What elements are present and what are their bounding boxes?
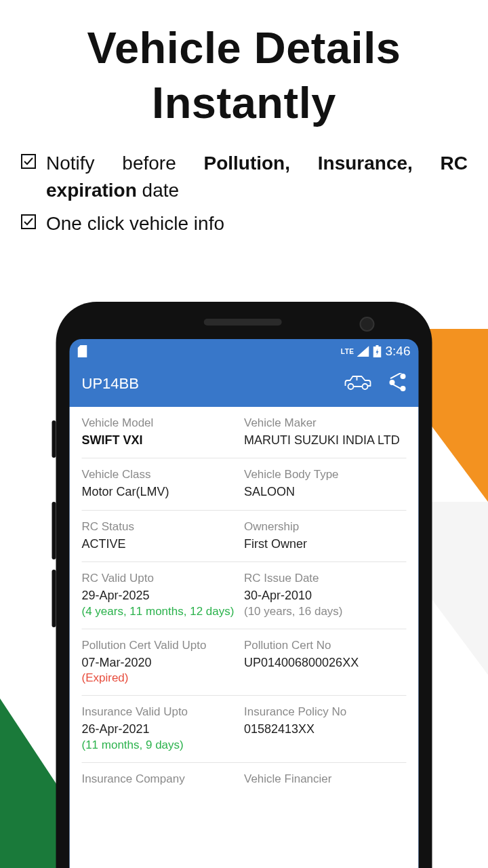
signal-icon [357,346,369,357]
detail-label: Pollution Cert No [244,639,407,652]
detail-cell: Vehicle ClassMotor Car(LMV) [82,468,245,500]
detail-value: Motor Car(LMV) [82,484,245,500]
detail-row: Insurance CompanyVehicle Financier [82,763,407,798]
bullet-oneclick-text: One click vehicle info [46,210,468,238]
detail-row: Pollution Cert Valid Upto07-Mar-2020(Exp… [82,629,407,696]
detail-value: 01582413XX [244,722,407,737]
detail-note: (11 months, 9 days) [82,738,245,753]
svg-rect-3 [376,345,379,347]
car-icon[interactable] [343,374,373,394]
svg-rect-0 [22,155,35,168]
share-icon[interactable] [389,373,407,395]
detail-note: (Expired) [82,671,245,686]
detail-label: Vehicle Model [82,416,245,430]
detail-value: MARUTI SUZUKI INDIA LTD [244,433,407,448]
phone-mockup: LTE 3:46 UP14BB [56,302,432,868]
detail-cell: Vehicle Financier [244,772,407,789]
detail-value: 26-Apr-2021 [82,722,245,737]
detail-row: Insurance Valid Upto26-Apr-2021(11 month… [82,696,407,762]
detail-cell: Pollution Cert NoUP014006800026XX [244,639,407,686]
detail-value: First Owner [244,536,407,552]
battery-icon [373,345,382,357]
detail-label: Insurance Company [82,772,245,786]
checkbox-icon [20,213,41,235]
detail-label: Vehicle Class [82,468,245,481]
detail-label: Ownership [244,520,407,534]
detail-note: (4 years, 11 months, 12 days) [82,604,245,619]
detail-label: RC Issue Date [244,572,407,585]
phone-side-button [52,420,56,458]
detail-cell: Pollution Cert Valid Upto07-Mar-2020(Exp… [82,639,245,686]
phone-side-button [52,570,56,627]
detail-cell: OwnershipFirst Owner [244,520,407,552]
bullet-notify-text: Notify before Pollution, Insurance, RC e… [46,150,468,205]
status-time: 3:46 [386,344,411,359]
svg-point-4 [348,384,354,389]
detail-label: RC Status [82,520,245,534]
status-bar: LTE 3:46 [70,339,419,363]
hero-title: Vehicle Details Instantly [0,0,488,138]
bullet-notify: Notify before Pollution, Insurance, RC e… [20,150,468,205]
detail-cell: Insurance Company [82,772,245,789]
detail-row: Vehicle ModelSWIFT VXIVehicle MakerMARUT… [82,407,407,458]
detail-cell: Vehicle ModelSWIFT VXI [82,416,245,448]
detail-cell: Insurance Policy No01582413XX [244,705,407,752]
detail-note: (10 years, 16 days) [244,604,407,619]
detail-row: Vehicle ClassMotor Car(LMV)Vehicle Body … [82,458,407,510]
detail-value: SALOON [244,484,407,500]
appbar-title: UP14BB [82,375,139,393]
hero-title-line2: Instantly [152,78,336,127]
detail-value: SWIFT VXI [82,433,245,448]
detail-value: 29-Apr-2025 [82,588,245,604]
phone-screen: LTE 3:46 UP14BB [70,339,419,868]
detail-label: Vehicle Maker [244,416,407,430]
svg-rect-1 [22,215,35,229]
lte-indicator: LTE [341,348,354,355]
detail-label: Vehicle Financier [244,772,407,786]
phone-side-button [52,502,56,559]
sdcard-icon [78,345,87,357]
detail-label: Pollution Cert Valid Upto [82,639,245,652]
detail-cell: Insurance Valid Upto26-Apr-2021(11 month… [82,705,245,752]
detail-cell: Vehicle MakerMARUTI SUZUKI INDIA LTD [244,416,407,448]
detail-row: RC StatusACTIVEOwnershipFirst Owner [82,511,407,562]
feature-bullets: Notify before Pollution, Insurance, RC e… [0,138,488,238]
detail-cell: RC Valid Upto29-Apr-2025(4 years, 11 mon… [82,572,245,618]
detail-label: Insurance Valid Upto [82,705,245,719]
detail-label: RC Valid Upto [82,572,245,585]
app-bar: UP14BB [70,363,419,407]
svg-point-5 [363,384,368,389]
svg-rect-12 [390,382,403,390]
detail-label: Vehicle Body Type [244,468,407,481]
detail-cell: RC StatusACTIVE [82,520,245,552]
detail-label: Insurance Policy No [244,705,407,719]
detail-row: RC Valid Upto29-Apr-2025(4 years, 11 mon… [82,562,407,629]
detail-value: 07-Mar-2020 [82,655,245,671]
svg-point-8 [401,374,406,379]
detail-value: ACTIVE [82,536,245,552]
detail-cell: RC Issue Date30-Apr-2010(10 years, 16 da… [244,572,407,618]
detail-value: 30-Apr-2010 [244,588,407,604]
checkbox-icon [20,153,41,174]
hero-title-line1: Vehicle Details [87,23,401,73]
vehicle-details-list: Vehicle ModelSWIFT VXIVehicle MakerMARUT… [70,407,419,868]
detail-cell: Vehicle Body TypeSALOON [244,468,407,500]
detail-value: UP014006800026XX [244,655,407,671]
bullet-oneclick: One click vehicle info [20,210,468,238]
